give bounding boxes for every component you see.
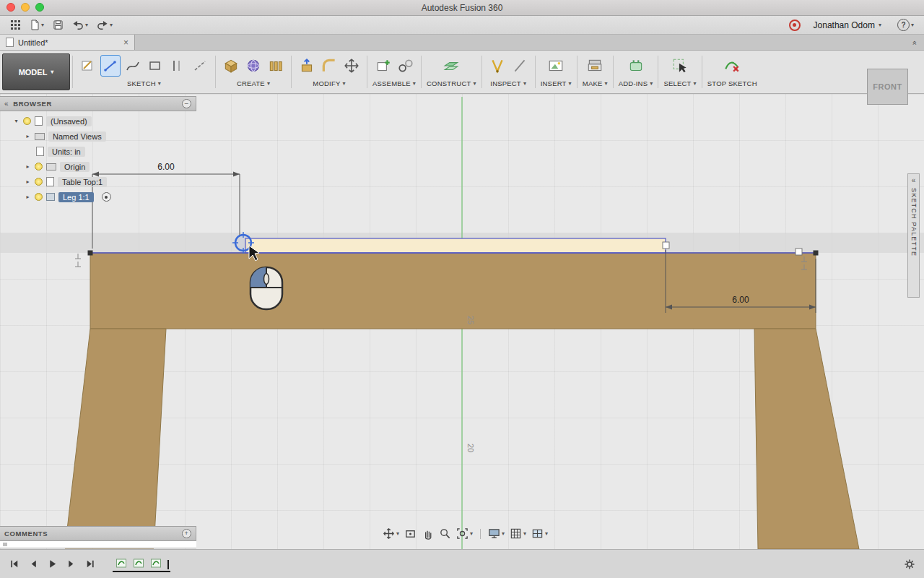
- visibility-bulb-icon[interactable]: [35, 193, 43, 201]
- select-button[interactable]: [670, 55, 690, 77]
- fillet-button[interactable]: [319, 55, 339, 77]
- table-left-leg[interactable]: [65, 329, 166, 548]
- ribbon-label-inspect[interactable]: INSPECT ▾: [490, 79, 526, 87]
- collapsed-twist-icon[interactable]: ▸: [25, 178, 31, 185]
- fit-tool[interactable]: ▾: [456, 527, 473, 540]
- expand-panel-icon[interactable]: «: [912, 176, 916, 184]
- pattern-button[interactable]: [266, 55, 286, 77]
- tree-item-label[interactable]: Named Views: [48, 131, 106, 142]
- addins-button[interactable]: [626, 55, 646, 77]
- timeline-step-back-button[interactable]: [26, 558, 40, 571]
- table-right-leg[interactable]: [754, 329, 859, 549]
- comments-header[interactable]: COMMENTS +: [0, 526, 196, 541]
- ribbon-label-sketch[interactable]: SKETCH ▾: [127, 79, 161, 87]
- save-button[interactable]: [50, 18, 66, 32]
- display-settings[interactable]: ▾: [488, 527, 505, 540]
- close-tab-icon[interactable]: ×: [123, 38, 128, 48]
- collapse-tree-icon[interactable]: –: [182, 99, 191, 108]
- ribbon-label-assemble[interactable]: ASSEMBLE ▾: [372, 79, 416, 87]
- preferences-gear-button[interactable]: [902, 558, 917, 571]
- press-pull-button[interactable]: [297, 55, 317, 77]
- sketch-profile-highlight[interactable]: [245, 238, 666, 253]
- expand-comments-icon[interactable]: +: [182, 529, 191, 538]
- collapsed-twist-icon[interactable]: ▸: [25, 133, 31, 139]
- tree-item-label[interactable]: Units: in: [48, 147, 85, 157]
- tree-item-table-top[interactable]: ▸ Table Top:1: [0, 174, 196, 189]
- timeline-play-button[interactable]: [45, 558, 59, 571]
- visibility-bulb-icon[interactable]: [35, 178, 43, 186]
- sketch-midpoint-handle[interactable]: [796, 249, 802, 255]
- tree-item-label[interactable]: Table Top:1: [58, 177, 107, 187]
- new-body-button[interactable]: [221, 55, 241, 77]
- timeline-feature-sketch-2[interactable]: [131, 556, 146, 569]
- resize-grip-icon[interactable]: [3, 543, 7, 546]
- activate-component-radio[interactable]: [102, 192, 111, 202]
- help-menu-button[interactable]: ? ▾: [894, 17, 917, 33]
- workspace-selector[interactable]: MODEL ▾: [2, 53, 70, 90]
- create-form-button[interactable]: [243, 55, 263, 77]
- sketch-endpoint-right[interactable]: [814, 251, 819, 256]
- document-tab[interactable]: Untitled* ×: [0, 35, 135, 50]
- minimize-window-button[interactable]: [21, 3, 30, 12]
- viewcube-front-face[interactable]: FRONT: [867, 69, 908, 105]
- collapse-panel-icon[interactable]: «: [4, 100, 9, 108]
- app-grid-menu-button[interactable]: [7, 18, 24, 32]
- redo-button[interactable]: ▾: [94, 18, 116, 32]
- expanded-twist-icon[interactable]: ▾: [13, 118, 19, 124]
- move-button[interactable]: [341, 55, 362, 77]
- section-analysis-button[interactable]: [510, 55, 530, 77]
- look-at-tool[interactable]: [404, 527, 417, 540]
- ribbon-label-modify[interactable]: MODIFY ▾: [313, 79, 345, 87]
- construction-line-tool-button[interactable]: [190, 55, 210, 77]
- collapsed-twist-icon[interactable]: ▸: [25, 163, 31, 170]
- viewports[interactable]: ▾: [531, 527, 548, 540]
- collapsed-twist-icon[interactable]: ▸: [25, 194, 31, 200]
- undo-button[interactable]: ▾: [69, 18, 91, 32]
- sketch-endpoint-left[interactable]: [88, 251, 93, 256]
- new-component-button[interactable]: [373, 55, 393, 77]
- tree-item-label[interactable]: Origin: [60, 162, 90, 172]
- grid-and-snaps[interactable]: ▾: [510, 527, 526, 540]
- tree-item-named-views[interactable]: ▸ Named Views: [0, 129, 196, 144]
- dimension-right-value[interactable]: 6.00: [732, 295, 749, 305]
- stop-sketch-button[interactable]: [722, 55, 742, 77]
- ribbon-label-stop-sketch[interactable]: STOP SKETCH: [707, 79, 757, 87]
- browser-header[interactable]: « BROWSER –: [0, 96, 196, 111]
- file-menu-button[interactable]: ▾: [27, 18, 47, 32]
- timeline-feature-sketch-3[interactable]: [149, 556, 163, 569]
- create-sketch-button[interactable]: [78, 55, 98, 77]
- comments-input-strip[interactable]: [0, 541, 196, 548]
- visibility-bulb-icon[interactable]: [23, 117, 31, 125]
- zoom-window-button[interactable]: [35, 3, 44, 12]
- timeline-go-to-beginning-button[interactable]: [7, 558, 22, 571]
- tree-item-units[interactable]: Units: in: [0, 144, 196, 159]
- joint-button[interactable]: [396, 55, 416, 77]
- sketch-palette-tab[interactable]: « SKETCH PALETTE: [907, 173, 920, 298]
- construction-plane-button[interactable]: [441, 55, 461, 77]
- spline-tool-button[interactable]: [123, 55, 143, 77]
- timeline-feature-sketch-1[interactable]: [114, 556, 128, 569]
- screencast-record-button[interactable]: [789, 20, 801, 31]
- sketch-corner-handle[interactable]: [663, 242, 669, 249]
- ribbon-label-construct[interactable]: CONSTRUCT ▾: [427, 79, 476, 87]
- close-window-button[interactable]: [6, 3, 15, 12]
- timeline-go-to-end-button[interactable]: [82, 558, 97, 571]
- measure-button[interactable]: [487, 55, 507, 77]
- tree-item-leg[interactable]: ▸ Leg 1:1: [0, 189, 196, 204]
- ribbon-label-insert[interactable]: INSERT ▾: [541, 79, 572, 87]
- zoom-tool[interactable]: [439, 527, 451, 540]
- timeline-position-marker[interactable]: [167, 560, 169, 569]
- make-3d-print-button[interactable]: [585, 55, 605, 77]
- table-apron-body[interactable]: [90, 253, 816, 329]
- ribbon-label-select[interactable]: SELECT ▾: [663, 79, 696, 87]
- pan-tool[interactable]: [422, 527, 434, 540]
- ribbon-label-addins[interactable]: ADD-INS ▾: [619, 79, 653, 87]
- timeline-step-forward-button[interactable]: [64, 558, 78, 571]
- ribbon-label-create[interactable]: CREATE ▾: [237, 79, 270, 87]
- offset-tool-button[interactable]: [167, 55, 188, 77]
- ribbon-label-make[interactable]: MAKE ▾: [583, 79, 608, 87]
- visibility-bulb-icon[interactable]: [35, 163, 43, 171]
- insert-image-button[interactable]: [546, 55, 566, 77]
- tree-item-origin[interactable]: ▸ Origin: [0, 159, 196, 174]
- tree-item-label-selected[interactable]: Leg 1:1: [58, 192, 94, 202]
